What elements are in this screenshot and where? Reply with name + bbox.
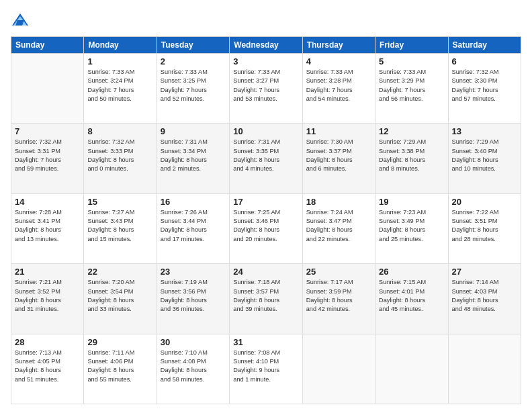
cell-content: Sunrise: 7:33 AM Sunset: 3:27 PM Dayligh… xyxy=(233,68,298,103)
calendar-cell xyxy=(302,334,375,404)
cell-content: Sunrise: 7:32 AM Sunset: 3:30 PM Dayligh… xyxy=(452,68,517,103)
calendar-header-tuesday: Tuesday xyxy=(157,37,229,54)
day-number: 30 xyxy=(161,337,226,347)
day-number: 18 xyxy=(306,197,371,207)
calendar-cell: 11Sunrise: 7:30 AM Sunset: 3:37 PM Dayli… xyxy=(302,124,375,193)
calendar-header-wednesday: Wednesday xyxy=(230,37,302,54)
calendar-cell: 30Sunrise: 7:10 AM Sunset: 4:08 PM Dayli… xyxy=(157,334,229,404)
calendar-cell: 3Sunrise: 7:33 AM Sunset: 3:27 PM Daylig… xyxy=(230,54,302,124)
calendar-cell: 10Sunrise: 7:31 AM Sunset: 3:35 PM Dayli… xyxy=(230,124,302,193)
day-number: 29 xyxy=(87,337,152,347)
cell-content: Sunrise: 7:33 AM Sunset: 3:25 PM Dayligh… xyxy=(161,68,226,103)
cell-content: Sunrise: 7:29 AM Sunset: 3:40 PM Dayligh… xyxy=(452,138,517,173)
cell-content: Sunrise: 7:30 AM Sunset: 3:37 PM Dayligh… xyxy=(306,138,371,173)
calendar-cell xyxy=(375,334,448,404)
page: SundayMondayTuesdayWednesdayThursdayFrid… xyxy=(0,0,532,411)
cell-content: Sunrise: 7:08 AM Sunset: 4:10 PM Dayligh… xyxy=(233,349,298,384)
day-number: 10 xyxy=(233,126,298,136)
day-number: 7 xyxy=(15,126,80,136)
calendar-cell: 1Sunrise: 7:33 AM Sunset: 3:24 PM Daylig… xyxy=(84,54,157,124)
day-number: 6 xyxy=(452,56,517,66)
cell-content: Sunrise: 7:17 AM Sunset: 3:59 PM Dayligh… xyxy=(306,278,371,314)
day-number: 13 xyxy=(452,126,517,136)
calendar-cell: 4Sunrise: 7:33 AM Sunset: 3:28 PM Daylig… xyxy=(302,54,375,124)
day-number: 12 xyxy=(379,126,444,136)
calendar-cell: 17Sunrise: 7:25 AM Sunset: 3:46 PM Dayli… xyxy=(230,193,302,263)
calendar-cell: 8Sunrise: 7:32 AM Sunset: 3:33 PM Daylig… xyxy=(84,124,157,193)
cell-content: Sunrise: 7:25 AM Sunset: 3:46 PM Dayligh… xyxy=(233,208,298,244)
calendar-cell: 18Sunrise: 7:24 AM Sunset: 3:47 PM Dayli… xyxy=(302,193,375,263)
calendar-cell: 12Sunrise: 7:29 AM Sunset: 3:38 PM Dayli… xyxy=(375,124,448,193)
week-row-4: 21Sunrise: 7:21 AM Sunset: 3:52 PM Dayli… xyxy=(11,264,521,334)
cell-content: Sunrise: 7:19 AM Sunset: 3:56 PM Dayligh… xyxy=(161,278,226,314)
day-number: 14 xyxy=(15,197,80,207)
calendar-cell: 27Sunrise: 7:14 AM Sunset: 4:03 PM Dayli… xyxy=(448,264,521,334)
calendar-cell: 24Sunrise: 7:18 AM Sunset: 3:57 PM Dayli… xyxy=(230,264,302,334)
calendar-cell: 9Sunrise: 7:31 AM Sunset: 3:34 PM Daylig… xyxy=(157,124,229,193)
cell-content: Sunrise: 7:31 AM Sunset: 3:34 PM Dayligh… xyxy=(161,138,226,173)
cell-content: Sunrise: 7:23 AM Sunset: 3:49 PM Dayligh… xyxy=(379,208,444,244)
cell-content: Sunrise: 7:21 AM Sunset: 3:52 PM Dayligh… xyxy=(15,278,80,314)
header xyxy=(11,11,521,30)
calendar-cell: 6Sunrise: 7:32 AM Sunset: 3:30 PM Daylig… xyxy=(448,54,521,124)
cell-content: Sunrise: 7:10 AM Sunset: 4:08 PM Dayligh… xyxy=(161,349,226,384)
calendar-cell: 15Sunrise: 7:27 AM Sunset: 3:43 PM Dayli… xyxy=(84,193,157,263)
day-number: 26 xyxy=(379,267,444,277)
calendar-cell: 28Sunrise: 7:13 AM Sunset: 4:05 PM Dayli… xyxy=(11,334,84,404)
week-row-5: 28Sunrise: 7:13 AM Sunset: 4:05 PM Dayli… xyxy=(11,334,521,404)
day-number: 1 xyxy=(87,56,152,66)
day-number: 19 xyxy=(379,197,444,207)
day-number: 17 xyxy=(233,197,298,207)
calendar-cell: 25Sunrise: 7:17 AM Sunset: 3:59 PM Dayli… xyxy=(302,264,375,334)
calendar-cell: 5Sunrise: 7:33 AM Sunset: 3:29 PM Daylig… xyxy=(375,54,448,124)
day-number: 31 xyxy=(233,337,298,347)
cell-content: Sunrise: 7:33 AM Sunset: 3:29 PM Dayligh… xyxy=(379,68,444,103)
cell-content: Sunrise: 7:15 AM Sunset: 4:01 PM Dayligh… xyxy=(379,278,444,314)
cell-content: Sunrise: 7:32 AM Sunset: 3:31 PM Dayligh… xyxy=(15,138,80,173)
day-number: 11 xyxy=(306,126,371,136)
calendar-header-thursday: Thursday xyxy=(302,37,375,54)
calendar-cell: 2Sunrise: 7:33 AM Sunset: 3:25 PM Daylig… xyxy=(157,54,229,124)
calendar-header-row: SundayMondayTuesdayWednesdayThursdayFrid… xyxy=(11,37,521,54)
calendar-cell: 13Sunrise: 7:29 AM Sunset: 3:40 PM Dayli… xyxy=(448,124,521,193)
day-number: 15 xyxy=(87,197,152,207)
day-number: 2 xyxy=(161,56,226,66)
calendar-header-sunday: Sunday xyxy=(11,37,84,54)
week-row-1: 1Sunrise: 7:33 AM Sunset: 3:24 PM Daylig… xyxy=(11,54,521,124)
cell-content: Sunrise: 7:18 AM Sunset: 3:57 PM Dayligh… xyxy=(233,278,298,314)
cell-content: Sunrise: 7:31 AM Sunset: 3:35 PM Dayligh… xyxy=(233,138,298,173)
day-number: 9 xyxy=(161,126,226,136)
calendar-cell: 14Sunrise: 7:28 AM Sunset: 3:41 PM Dayli… xyxy=(11,193,84,263)
calendar-cell xyxy=(448,334,521,404)
calendar-header-monday: Monday xyxy=(84,37,157,54)
cell-content: Sunrise: 7:32 AM Sunset: 3:33 PM Dayligh… xyxy=(87,138,152,173)
cell-content: Sunrise: 7:28 AM Sunset: 3:41 PM Dayligh… xyxy=(15,208,80,244)
cell-content: Sunrise: 7:33 AM Sunset: 3:28 PM Dayligh… xyxy=(306,68,371,103)
logo xyxy=(11,11,32,30)
day-number: 21 xyxy=(15,267,80,277)
calendar: SundayMondayTuesdayWednesdayThursdayFrid… xyxy=(11,36,521,404)
day-number: 24 xyxy=(233,267,298,277)
cell-content: Sunrise: 7:26 AM Sunset: 3:44 PM Dayligh… xyxy=(161,208,226,244)
calendar-cell: 20Sunrise: 7:22 AM Sunset: 3:51 PM Dayli… xyxy=(448,193,521,263)
day-number: 22 xyxy=(87,267,152,277)
day-number: 27 xyxy=(452,267,517,277)
calendar-header-friday: Friday xyxy=(375,37,448,54)
cell-content: Sunrise: 7:27 AM Sunset: 3:43 PM Dayligh… xyxy=(87,208,152,244)
day-number: 4 xyxy=(306,56,371,66)
cell-content: Sunrise: 7:13 AM Sunset: 4:05 PM Dayligh… xyxy=(15,349,80,384)
cell-content: Sunrise: 7:20 AM Sunset: 3:54 PM Dayligh… xyxy=(87,278,152,314)
calendar-cell: 19Sunrise: 7:23 AM Sunset: 3:49 PM Dayli… xyxy=(375,193,448,263)
cell-content: Sunrise: 7:29 AM Sunset: 3:38 PM Dayligh… xyxy=(379,138,444,173)
calendar-header-saturday: Saturday xyxy=(448,37,521,54)
week-row-3: 14Sunrise: 7:28 AM Sunset: 3:41 PM Dayli… xyxy=(11,193,521,263)
calendar-cell xyxy=(11,54,84,124)
calendar-cell: 22Sunrise: 7:20 AM Sunset: 3:54 PM Dayli… xyxy=(84,264,157,334)
week-row-2: 7Sunrise: 7:32 AM Sunset: 3:31 PM Daylig… xyxy=(11,124,521,193)
cell-content: Sunrise: 7:33 AM Sunset: 3:24 PM Dayligh… xyxy=(87,68,152,103)
calendar-cell: 31Sunrise: 7:08 AM Sunset: 4:10 PM Dayli… xyxy=(230,334,302,404)
calendar-cell: 23Sunrise: 7:19 AM Sunset: 3:56 PM Dayli… xyxy=(157,264,229,334)
day-number: 28 xyxy=(15,337,80,347)
calendar-cell: 7Sunrise: 7:32 AM Sunset: 3:31 PM Daylig… xyxy=(11,124,84,193)
day-number: 5 xyxy=(379,56,444,66)
